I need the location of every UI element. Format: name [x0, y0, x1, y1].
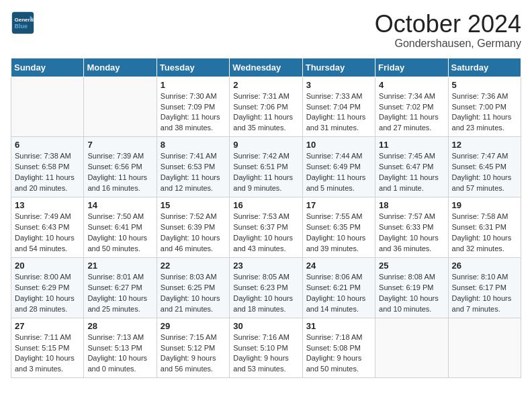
day-info: Sunrise: 7:57 AM Sunset: 6:33 PM Dayligh… [379, 212, 444, 255]
calendar-cell: 25Sunrise: 8:08 AM Sunset: 6:19 PM Dayli… [375, 257, 448, 318]
calendar-cell [448, 318, 521, 378]
logo: General Blue [11, 11, 35, 35]
svg-text:Blue: Blue [14, 23, 28, 30]
calendar-cell: 31Sunrise: 7:18 AM Sunset: 5:08 PM Dayli… [302, 318, 375, 378]
day-number: 20 [15, 261, 80, 271]
day-number: 1 [161, 80, 226, 90]
calendar-cell: 7Sunrise: 7:39 AM Sunset: 6:56 PM Daylig… [84, 137, 157, 197]
calendar-header-row: SundayMondayTuesdayWednesdayThursdayFrid… [11, 58, 521, 77]
day-number: 29 [161, 321, 226, 331]
calendar-cell: 11Sunrise: 7:45 AM Sunset: 6:47 PM Dayli… [375, 137, 448, 197]
day-number: 23 [233, 261, 298, 271]
day-number: 2 [233, 80, 298, 90]
day-number: 31 [306, 321, 371, 331]
calendar-cell: 2Sunrise: 7:31 AM Sunset: 7:06 PM Daylig… [230, 77, 302, 137]
calendar-week-row: 27Sunrise: 7:11 AM Sunset: 5:15 PM Dayli… [11, 318, 521, 378]
day-info: Sunrise: 7:11 AM Sunset: 5:15 PM Dayligh… [15, 332, 80, 375]
title-block: October 2024 Gondershausen, Germany [375, 11, 521, 50]
day-number: 19 [452, 200, 517, 210]
calendar-cell: 10Sunrise: 7:44 AM Sunset: 6:49 PM Dayli… [302, 137, 375, 197]
day-info: Sunrise: 7:15 AM Sunset: 5:12 PM Dayligh… [161, 332, 226, 375]
calendar-cell: 19Sunrise: 7:58 AM Sunset: 6:31 PM Dayli… [448, 197, 521, 258]
day-of-week-header: Sunday [11, 58, 84, 77]
day-number: 17 [306, 200, 371, 210]
day-number: 10 [306, 140, 371, 150]
day-info: Sunrise: 7:31 AM Sunset: 7:06 PM Dayligh… [233, 91, 298, 134]
day-number: 27 [15, 321, 80, 331]
calendar-cell [84, 77, 157, 137]
day-number: 5 [452, 80, 517, 90]
day-number: 3 [306, 80, 371, 90]
calendar-cell: 21Sunrise: 8:01 AM Sunset: 6:27 PM Dayli… [84, 257, 157, 318]
day-info: Sunrise: 8:06 AM Sunset: 6:21 PM Dayligh… [306, 272, 371, 315]
calendar-cell: 29Sunrise: 7:15 AM Sunset: 5:12 PM Dayli… [157, 318, 229, 378]
day-number: 25 [379, 261, 444, 271]
day-of-week-header: Tuesday [157, 58, 229, 77]
day-info: Sunrise: 7:47 AM Sunset: 6:45 PM Dayligh… [452, 151, 517, 194]
day-number: 14 [87, 200, 152, 210]
day-of-week-header: Thursday [302, 58, 375, 77]
day-info: Sunrise: 7:16 AM Sunset: 5:10 PM Dayligh… [233, 332, 298, 375]
day-number: 30 [233, 321, 298, 331]
day-info: Sunrise: 8:00 AM Sunset: 6:29 PM Dayligh… [15, 272, 80, 315]
day-number: 15 [161, 200, 226, 210]
day-number: 6 [15, 140, 80, 150]
day-info: Sunrise: 7:42 AM Sunset: 6:51 PM Dayligh… [233, 151, 298, 194]
day-info: Sunrise: 7:33 AM Sunset: 7:04 PM Dayligh… [306, 91, 371, 134]
calendar-table: SundayMondayTuesdayWednesdayThursdayFrid… [11, 58, 521, 379]
calendar-cell: 18Sunrise: 7:57 AM Sunset: 6:33 PM Dayli… [375, 197, 448, 258]
day-of-week-header: Friday [375, 58, 448, 77]
day-number: 7 [87, 140, 152, 150]
calendar-week-row: 1Sunrise: 7:30 AM Sunset: 7:09 PM Daylig… [11, 77, 521, 137]
day-info: Sunrise: 7:52 AM Sunset: 6:39 PM Dayligh… [161, 212, 226, 255]
calendar-cell: 20Sunrise: 8:00 AM Sunset: 6:29 PM Dayli… [11, 257, 84, 318]
calendar-cell: 6Sunrise: 7:38 AM Sunset: 6:58 PM Daylig… [11, 137, 84, 197]
calendar-cell: 3Sunrise: 7:33 AM Sunset: 7:04 PM Daylig… [302, 77, 375, 137]
day-info: Sunrise: 7:34 AM Sunset: 7:02 PM Dayligh… [379, 91, 444, 134]
calendar-cell: 14Sunrise: 7:50 AM Sunset: 6:41 PM Dayli… [84, 197, 157, 258]
day-info: Sunrise: 7:44 AM Sunset: 6:49 PM Dayligh… [306, 151, 371, 194]
day-info: Sunrise: 8:08 AM Sunset: 6:19 PM Dayligh… [379, 272, 444, 315]
day-info: Sunrise: 7:49 AM Sunset: 6:43 PM Dayligh… [15, 212, 80, 255]
day-number: 12 [452, 140, 517, 150]
calendar-cell: 1Sunrise: 7:30 AM Sunset: 7:09 PM Daylig… [157, 77, 229, 137]
day-number: 4 [379, 80, 444, 90]
month-title: October 2024 [375, 11, 521, 38]
logo-icon: General Blue [11, 11, 35, 35]
day-info: Sunrise: 8:05 AM Sunset: 6:23 PM Dayligh… [233, 272, 298, 315]
day-number: 26 [452, 261, 517, 271]
day-of-week-header: Saturday [448, 58, 521, 77]
day-of-week-header: Wednesday [230, 58, 302, 77]
calendar-cell: 22Sunrise: 8:03 AM Sunset: 6:25 PM Dayli… [157, 257, 229, 318]
calendar-cell [11, 77, 84, 137]
calendar-cell: 27Sunrise: 7:11 AM Sunset: 5:15 PM Dayli… [11, 318, 84, 378]
day-number: 9 [233, 140, 298, 150]
calendar-cell: 8Sunrise: 7:41 AM Sunset: 6:53 PM Daylig… [157, 137, 229, 197]
calendar-cell: 26Sunrise: 8:10 AM Sunset: 6:17 PM Dayli… [448, 257, 521, 318]
day-info: Sunrise: 7:55 AM Sunset: 6:35 PM Dayligh… [306, 212, 371, 255]
day-number: 24 [306, 261, 371, 271]
day-info: Sunrise: 7:36 AM Sunset: 7:00 PM Dayligh… [452, 91, 517, 134]
day-info: Sunrise: 7:41 AM Sunset: 6:53 PM Dayligh… [161, 151, 226, 194]
calendar-week-row: 6Sunrise: 7:38 AM Sunset: 6:58 PM Daylig… [11, 137, 521, 197]
calendar-cell: 15Sunrise: 7:52 AM Sunset: 6:39 PM Dayli… [157, 197, 229, 258]
day-number: 22 [161, 261, 226, 271]
day-number: 8 [161, 140, 226, 150]
calendar-cell: 4Sunrise: 7:34 AM Sunset: 7:02 PM Daylig… [375, 77, 448, 137]
page-header: General Blue October 2024 Gondershausen,… [11, 11, 521, 50]
day-info: Sunrise: 8:03 AM Sunset: 6:25 PM Dayligh… [161, 272, 226, 315]
day-of-week-header: Monday [84, 58, 157, 77]
calendar-cell: 9Sunrise: 7:42 AM Sunset: 6:51 PM Daylig… [230, 137, 302, 197]
day-number: 16 [233, 200, 298, 210]
calendar-week-row: 13Sunrise: 7:49 AM Sunset: 6:43 PM Dayli… [11, 197, 521, 258]
location: Gondershausen, Germany [375, 38, 521, 50]
calendar-cell [375, 318, 448, 378]
calendar-cell: 24Sunrise: 8:06 AM Sunset: 6:21 PM Dayli… [302, 257, 375, 318]
day-number: 21 [87, 261, 152, 271]
calendar-cell: 13Sunrise: 7:49 AM Sunset: 6:43 PM Dayli… [11, 197, 84, 258]
calendar-cell: 28Sunrise: 7:13 AM Sunset: 5:13 PM Dayli… [84, 318, 157, 378]
day-info: Sunrise: 7:50 AM Sunset: 6:41 PM Dayligh… [87, 212, 152, 255]
calendar-week-row: 20Sunrise: 8:00 AM Sunset: 6:29 PM Dayli… [11, 257, 521, 318]
day-info: Sunrise: 7:45 AM Sunset: 6:47 PM Dayligh… [379, 151, 444, 194]
day-number: 13 [15, 200, 80, 210]
